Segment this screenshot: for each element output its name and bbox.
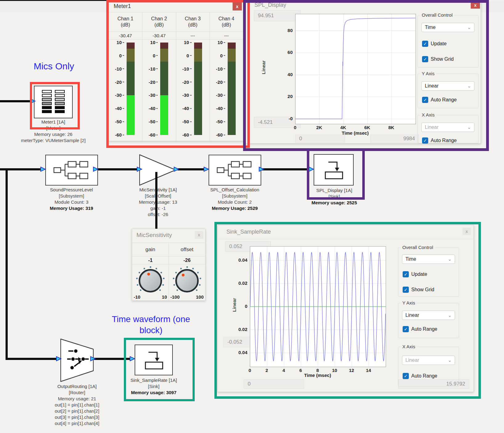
knob-face[interactable] [175, 269, 199, 292]
y-axis-group: Y Axis Linear⌄ ✓Auto Range [417, 74, 478, 108]
y-axis-group: Y Axis Linear⌄ ✓Auto Range [398, 303, 459, 338]
close-button[interactable]: x [233, 2, 242, 10]
checkbox-label: Auto Range [431, 97, 457, 103]
meter-tick-label: -40 [142, 106, 158, 111]
meter-tick-label: -60 [210, 132, 225, 137]
plot-area[interactable] [250, 246, 386, 367]
x-tick-label: 6 [294, 368, 307, 373]
meter-tick-label: -40 [109, 106, 124, 111]
channel-unit: (dB) [154, 22, 164, 28]
x-tick-label: 2 [260, 368, 274, 373]
chevron-down-icon: ⌄ [467, 125, 471, 130]
dropdown-value: Linear [425, 83, 438, 89]
spl-plot[interactable]: 80604020-0 02K4K6K8K [295, 14, 415, 124]
channel-header: Chan 3(dB) [176, 12, 209, 32]
checkbox-checked-icon: ✓ [422, 41, 428, 47]
x-scale-dropdown[interactable]: Linear⌄ [421, 123, 474, 132]
offset-knob[interactable]: -100 100 [169, 264, 205, 300]
y-tick-label: 0 [234, 304, 247, 309]
knob-min-label: -10 [134, 294, 140, 300]
meter-tick-label: -50 [109, 119, 124, 124]
meter-channels-row: Chan 1(dB) -30.47 100-10-20-30-40-50-60 … [109, 12, 243, 141]
vu-meter-bar [160, 43, 168, 135]
outputrouting-block[interactable] [60, 339, 94, 382]
outputrouting-block-label: OutputRouting [1A] [Router] Memory usage… [37, 383, 117, 427]
update-checkbox[interactable]: ✓Update [422, 41, 447, 47]
chevron-down-icon: ⌄ [448, 256, 452, 262]
checkbox-label: Update [431, 41, 447, 47]
show-grid-checkbox[interactable]: ✓Show Grid [422, 56, 454, 62]
sink-samplerate-block[interactable] [135, 345, 173, 375]
x-tick-label: 10 [328, 368, 341, 373]
meter-scale: 100-10-20-30-40-50-60 [210, 43, 225, 135]
x-start-readout: 0 [295, 135, 345, 143]
update-checkbox[interactable]: ✓Update [403, 271, 427, 277]
meter-tick-label: -20 [176, 80, 192, 85]
y-scale-dropdown[interactable]: Linear⌄ [402, 311, 455, 320]
micsensitivity-block[interactable] [139, 154, 176, 186]
knob-scale-dot [162, 284, 164, 286]
block-memory-label: Memory Usage: 319 [31, 205, 112, 211]
y-tick-label: 20 [280, 94, 293, 99]
y-auto-range-checkbox[interactable]: ✓Auto Range [422, 97, 457, 103]
spl-offset-calculation-block[interactable] [209, 155, 261, 186]
knob-face[interactable] [139, 269, 162, 292]
channel-value: --- [210, 32, 243, 39]
knob-scale-dot [192, 268, 194, 269]
checkbox-label: Auto Range [411, 326, 437, 332]
x-scale-dropdown[interactable]: Linear⌄ [402, 356, 455, 365]
time-waveform-note: Time waveform (one block) [100, 314, 202, 336]
vu-meter-bar [228, 43, 236, 135]
close-button[interactable]: x [195, 231, 203, 239]
close-button[interactable]: x [462, 228, 471, 235]
chevron-down-icon: ⌄ [448, 312, 452, 318]
checkbox-checked-icon: ✓ [403, 326, 409, 332]
gain-knob[interactable]: -10 10 [132, 264, 169, 300]
y-scale-dropdown[interactable]: Linear⌄ [421, 81, 474, 91]
checkbox-label: Show Grid [411, 287, 434, 292]
vu-meter-icon [37, 88, 69, 116]
knob-scale-dot [161, 272, 162, 273]
plot-area[interactable] [295, 14, 416, 124]
overall-mode-dropdown[interactable]: Time⌄ [402, 255, 455, 264]
x-tick-label: 6K [360, 125, 374, 130]
channel-meter: 100-10-20-30-40-50-60 [142, 39, 176, 141]
sink-plot[interactable]: 0.040.0200.020.04 02468101214 [250, 246, 385, 366]
show-grid-checkbox[interactable]: ✓Show Grid [403, 287, 434, 293]
block-name-label: OutputRouting [1A] [37, 383, 117, 390]
wire-outputrouting-to-sink [94, 358, 130, 360]
spl-display-block[interactable] [314, 154, 354, 186]
group-title: Y Axis [420, 71, 436, 76]
wire-to-meter1 [0, 100, 31, 102]
scope-control-panel: Overall Control Time⌄ ✓Update ✓Show Grid… [398, 225, 461, 392]
knob-scale-dot [186, 266, 188, 268]
block-type-label: [Router] [37, 390, 117, 396]
x-tick-label: 8K [384, 125, 398, 130]
y-auto-range-checkbox[interactable]: ✓Auto Range [403, 326, 437, 332]
input-port-arrow-icon [204, 167, 209, 172]
channel-header: Chan 4(dB) [210, 12, 243, 32]
checkbox-label: Show Grid [431, 56, 454, 62]
block-type-label: [Subsystem] [195, 193, 275, 199]
knob-scale-dot [180, 268, 182, 269]
block-gain-label: gain: -1 [121, 205, 195, 211]
group-title: X Axis [401, 344, 417, 349]
y-axis-ticks: 80604020-0 [280, 14, 294, 124]
meter-tick-label: -30 [142, 92, 158, 98]
x-auto-range-checkbox[interactable]: ✓Auto Range [422, 137, 457, 144]
channel-header: Chan 2(dB) [142, 12, 176, 32]
meter-channel-chan3: Chan 3(dB) --- 100-10-20-30-40-50-60 [176, 12, 210, 141]
meter1-block[interactable] [34, 86, 73, 118]
soundpressurelevel-block[interactable] [45, 155, 98, 186]
meter-tick-label: -30 [176, 92, 192, 98]
soundpressurelevel-block-label: SoundPressureLevel [Subsystem] Module Co… [31, 187, 112, 211]
knob-scale-dot [139, 272, 140, 273]
overall-mode-dropdown[interactable]: Time⌄ [421, 23, 474, 32]
channel-value: --- [176, 32, 209, 39]
wire-branch-vertical [6, 169, 8, 359]
meter-tick-label: 10 [109, 40, 124, 45]
x-auto-range-checkbox[interactable]: ✓Auto Range [403, 373, 437, 379]
meter-tick-label: -30 [210, 92, 225, 98]
knob-indicator-dot [182, 274, 185, 276]
close-button[interactable]: x [471, 2, 480, 9]
